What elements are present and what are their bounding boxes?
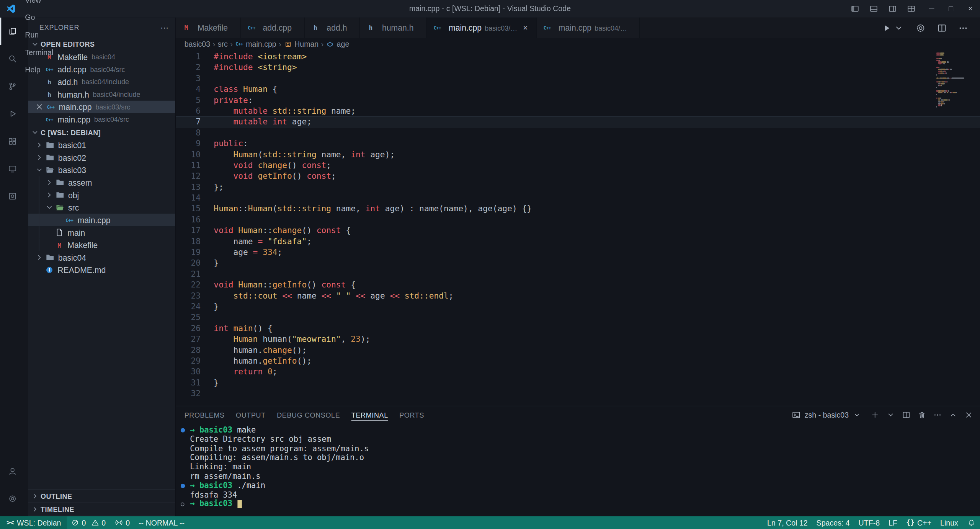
code-line-1[interactable]: 1#include <iostream> bbox=[176, 51, 980, 62]
close-button[interactable]: × bbox=[960, 0, 980, 18]
sidebar-more-actions[interactable]: ⋯ bbox=[160, 23, 169, 32]
problems-indicator[interactable]: 00 bbox=[67, 516, 110, 529]
code-line-4[interactable]: 4class Human { bbox=[176, 84, 980, 95]
code-line-10[interactable]: 10 Human(std::string name, int age); bbox=[176, 149, 980, 160]
line-number[interactable]: 13 bbox=[176, 182, 201, 193]
code-editor[interactable]: 1#include <iostream>2#include <string>34… bbox=[176, 50, 980, 406]
ports-indicator[interactable]: 0 bbox=[110, 516, 134, 529]
open-editor-human.h[interactable]: hhuman.hbasic04/include bbox=[28, 88, 175, 101]
code-line-6[interactable]: 6 mutable std::string name; bbox=[176, 106, 980, 116]
line-number[interactable]: 4 bbox=[176, 84, 201, 95]
line-number[interactable]: 15 bbox=[176, 203, 201, 214]
line-number[interactable]: 19 bbox=[176, 247, 201, 258]
minimap[interactable] bbox=[936, 52, 973, 110]
breadcrumb-age[interactable]: age bbox=[326, 40, 349, 49]
code-line-16[interactable]: 16 bbox=[176, 214, 980, 225]
tree-item-basic03[interactable]: basic03 bbox=[28, 164, 175, 176]
line-number[interactable]: 5 bbox=[176, 95, 201, 105]
code-line-24[interactable]: 24} bbox=[176, 301, 980, 312]
code-line-14[interactable]: 14 bbox=[176, 193, 980, 203]
open-editor-main.cpp[interactable]: C++main.cppbasic04/src bbox=[28, 113, 175, 126]
run-cpp-file[interactable] bbox=[881, 23, 908, 33]
toggle-primary-sidebar[interactable] bbox=[847, 0, 866, 18]
line-number[interactable]: 17 bbox=[176, 225, 201, 236]
more-editor-actions[interactable] bbox=[958, 23, 971, 33]
maximize-button[interactable]: □ bbox=[941, 0, 961, 18]
breadcrumb-src[interactable]: src bbox=[218, 40, 228, 49]
code-line-25[interactable]: 25 bbox=[176, 312, 980, 323]
code-line-8[interactable]: 8 bbox=[176, 127, 980, 138]
terminal-more-actions-icon[interactable] bbox=[933, 410, 942, 420]
tab-add.cpp[interactable]: C++add.cpp bbox=[241, 18, 305, 38]
breadcrumb-main.cpp[interactable]: C++main.cpp bbox=[235, 40, 276, 49]
language-mode[interactable]: {}C++ bbox=[902, 516, 936, 529]
code-line-12[interactable]: 12 void getInfo() const; bbox=[176, 171, 980, 181]
close-panel-icon[interactable] bbox=[964, 410, 974, 420]
code-line-15[interactable]: 15Human::Human(std::string name, int age… bbox=[176, 203, 980, 214]
line-number[interactable]: 6 bbox=[176, 106, 201, 116]
panel-tab-terminal[interactable]: TERMINAL bbox=[351, 406, 388, 423]
tree-item-assem[interactable]: assem bbox=[28, 176, 175, 189]
run-settings[interactable] bbox=[916, 23, 929, 33]
code-line-19[interactable]: 19 age = 334; bbox=[176, 247, 980, 258]
line-number[interactable]: 22 bbox=[176, 279, 201, 290]
customize-layout[interactable] bbox=[903, 0, 922, 18]
workspace-header[interactable]: C [WSL: DEBIAN] bbox=[28, 126, 175, 139]
line-number[interactable]: 32 bbox=[176, 388, 201, 399]
tree-item-basic01[interactable]: basic01 bbox=[28, 139, 175, 151]
code-line-26[interactable]: 26int main() { bbox=[176, 323, 980, 334]
line-number[interactable]: 9 bbox=[176, 138, 201, 149]
line-number[interactable]: 29 bbox=[176, 356, 201, 366]
code-line-9[interactable]: 9public: bbox=[176, 138, 980, 149]
line-number[interactable]: 23 bbox=[176, 291, 201, 301]
code-line-7[interactable]: 7 mutable int age; bbox=[176, 116, 980, 127]
code-line-17[interactable]: 17void Human::change() const { bbox=[176, 225, 980, 236]
line-number[interactable]: 2 bbox=[176, 62, 201, 73]
line-number[interactable]: 24 bbox=[176, 301, 201, 312]
menu-view[interactable]: View bbox=[20, 0, 61, 9]
line-number[interactable]: 26 bbox=[176, 323, 201, 334]
tab-human.h[interactable]: hhuman.h bbox=[360, 18, 427, 38]
command-decoration-icon[interactable] bbox=[181, 483, 190, 488]
kill-terminal-icon[interactable] bbox=[917, 410, 927, 420]
cursor-position[interactable]: Ln 7, Col 12 bbox=[763, 516, 812, 529]
indentation[interactable]: Spaces: 4 bbox=[812, 516, 854, 529]
launch-profile-icon[interactable] bbox=[885, 410, 895, 420]
line-number[interactable]: 1 bbox=[176, 51, 201, 62]
activity-settings[interactable] bbox=[0, 485, 28, 513]
code-line-28[interactable]: 28 human.change(); bbox=[176, 345, 980, 355]
menu-go[interactable]: Go bbox=[20, 9, 61, 26]
line-number[interactable]: 14 bbox=[176, 193, 201, 203]
terminal-selector[interactable]: zsh - basic03 bbox=[791, 410, 862, 420]
remote-os[interactable]: Linux bbox=[936, 516, 963, 529]
vim-mode-indicator[interactable]: -- NORMAL -- bbox=[134, 516, 189, 529]
code-line-27[interactable]: 27 Human human("meowrain", 23); bbox=[176, 334, 980, 345]
new-terminal-icon[interactable] bbox=[870, 410, 880, 420]
minimize-button[interactable]: ─ bbox=[922, 0, 941, 18]
line-number[interactable]: 11 bbox=[176, 160, 201, 171]
tab-makefile[interactable]: MMakefile bbox=[176, 18, 241, 38]
eol[interactable]: LF bbox=[884, 516, 902, 529]
line-number[interactable]: 3 bbox=[176, 73, 201, 84]
tree-item-src[interactable]: src bbox=[28, 201, 175, 214]
open-editor-main.cpp[interactable]: C++main.cppbasic03/src bbox=[28, 101, 175, 113]
outline-header[interactable]: OUTLINE bbox=[28, 490, 175, 503]
command-decoration-icon[interactable] bbox=[181, 428, 190, 432]
notifications[interactable] bbox=[962, 516, 980, 529]
toggle-secondary-sidebar[interactable] bbox=[884, 0, 903, 18]
line-number[interactable]: 27 bbox=[176, 334, 201, 345]
line-number[interactable]: 25 bbox=[176, 312, 201, 323]
line-number[interactable]: 18 bbox=[176, 236, 201, 247]
activity-make-tools[interactable] bbox=[0, 183, 28, 210]
tree-item-readme.md[interactable]: README.md bbox=[28, 264, 175, 276]
split-editor[interactable] bbox=[937, 23, 950, 33]
terminal-output[interactable]: → basic03 makeCreate Directory src obj a… bbox=[176, 423, 980, 516]
code-line-2[interactable]: 2#include <string> bbox=[176, 62, 980, 73]
remote-indicator[interactable]: ><WSL: Debian bbox=[0, 516, 67, 529]
activity-remote-explorer[interactable] bbox=[0, 155, 28, 183]
code-line-32[interactable]: 32 bbox=[176, 388, 980, 399]
code-line-22[interactable]: 22void Human::getInfo() const { bbox=[176, 279, 980, 290]
code-line-20[interactable]: 20} bbox=[176, 258, 980, 268]
panel-tab-ports[interactable]: PORTS bbox=[399, 406, 424, 423]
maximize-panel-icon[interactable] bbox=[948, 410, 958, 420]
